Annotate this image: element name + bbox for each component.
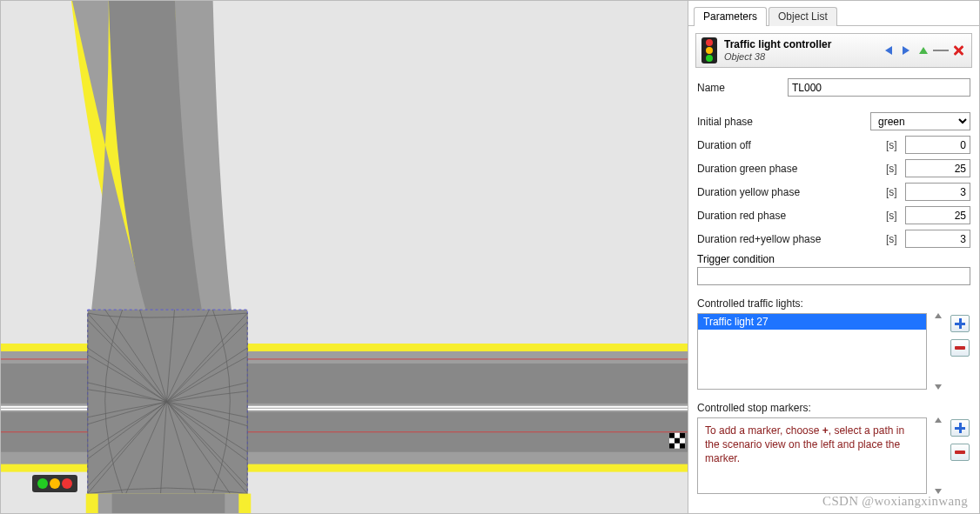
duration-red-label: Duration red phase — [697, 210, 886, 222]
controlled-lights-list[interactable]: Traffic light 27 — [697, 313, 927, 390]
road-map-svg — [1, 1, 688, 513]
list-item[interactable]: Traffic light 27 — [698, 314, 926, 330]
scroll-up-icon[interactable] — [935, 313, 942, 318]
svg-rect-14 — [680, 433, 685, 438]
controlled-markers-list[interactable]: To add a marker, choose +, select a path… — [697, 417, 927, 494]
add-light-button[interactable] — [950, 315, 970, 332]
duration-redyellow-label: Duration red+yellow phase — [697, 233, 886, 245]
duration-off-label: Duration off — [697, 139, 886, 151]
duration-redyellow-unit: [s] — [886, 233, 905, 245]
object-header: Traffic light controller Object 38 — [695, 33, 972, 68]
trigger-input[interactable] — [697, 267, 970, 285]
next-object-button[interactable] — [898, 43, 914, 57]
duration-red-unit: [s] — [886, 210, 905, 222]
prev-object-button[interactable] — [881, 43, 896, 57]
scroll-down-icon[interactable] — [935, 384, 942, 390]
remove-light-button[interactable] — [950, 339, 970, 357]
duration-redyellow-input[interactable] — [905, 230, 970, 248]
object-title: Traffic light controller — [724, 38, 874, 50]
scroll-down-icon[interactable] — [935, 489, 942, 494]
svg-rect-16 — [669, 444, 675, 449]
object-subtitle: Object 38 — [724, 51, 874, 63]
trigger-label: Trigger condition — [697, 253, 970, 265]
name-input[interactable] — [788, 78, 970, 97]
svg-rect-17 — [680, 444, 685, 449]
delete-button[interactable] — [950, 43, 966, 57]
up-button[interactable] — [916, 43, 931, 57]
duration-yellow-label: Duration yellow phase — [697, 186, 886, 198]
controlled-lights-label: Controlled traffic lights: — [697, 297, 970, 310]
traffic-light-widget[interactable] — [32, 475, 77, 492]
tab-object-list[interactable]: Object List — [769, 7, 837, 26]
tab-bar: Parameters Object List — [688, 1, 979, 26]
traffic-light-icon — [701, 37, 717, 63]
scroll-up-icon[interactable] — [935, 417, 942, 423]
svg-rect-11 — [112, 494, 225, 513]
duration-red-input[interactable] — [905, 206, 970, 224]
list-button[interactable] — [933, 43, 949, 57]
remove-marker-button[interactable] — [950, 444, 970, 461]
red-light-icon — [62, 478, 72, 489]
svg-rect-13 — [669, 433, 675, 438]
initial-phase-label: Initial phase — [697, 116, 870, 128]
controlled-markers-label: Controlled stop markers: — [697, 402, 970, 414]
add-marker-button[interactable] — [950, 419, 970, 437]
svg-rect-15 — [675, 438, 680, 444]
duration-off-unit: [s] — [886, 139, 905, 151]
yellow-light-icon — [50, 478, 60, 489]
duration-yellow-input[interactable] — [905, 183, 970, 201]
duration-green-input[interactable] — [905, 159, 970, 177]
duration-green-label: Duration green phase — [697, 163, 886, 175]
green-light-icon — [37, 478, 48, 489]
initial-phase-select[interactable]: green — [870, 112, 970, 130]
right-panel: Parameters Object List Traffic light con… — [688, 1, 979, 513]
duration-green-unit: [s] — [886, 163, 905, 175]
parameters-form: Name Initial phase green Duration off [s… — [688, 73, 979, 494]
markers-hint: To add a marker, choose +, select a path… — [698, 418, 926, 471]
duration-off-input[interactable] — [905, 136, 970, 154]
plus-inline-icon: + — [822, 424, 829, 437]
duration-yellow-unit: [s] — [886, 186, 905, 198]
scenario-view[interactable] — [1, 1, 688, 513]
name-label: Name — [697, 82, 788, 94]
tab-parameters[interactable]: Parameters — [694, 7, 767, 26]
